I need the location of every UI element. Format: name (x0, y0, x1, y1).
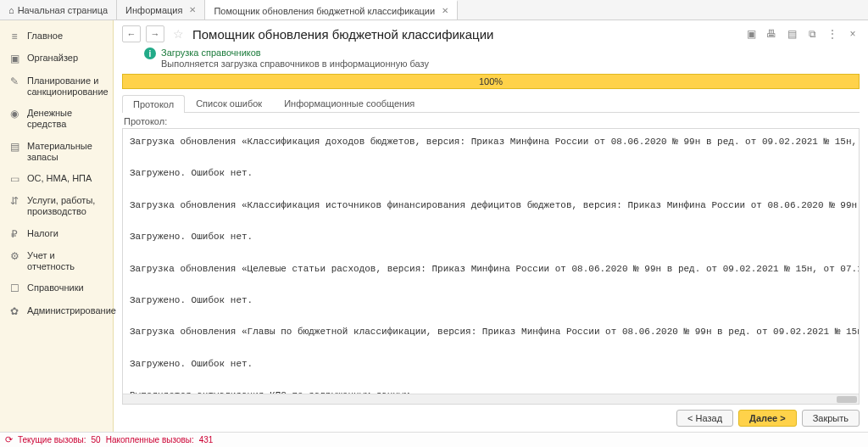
content-area: ← → ☆ Помощник обновления бюджетной клас… (114, 20, 868, 432)
sidebar-item-label: Органайзер (27, 53, 78, 64)
info-banner: i Загрузка справочников Выполняется загр… (144, 47, 860, 69)
sidebar-item-services[interactable]: ⇵Услуги, работы, производство (0, 190, 113, 222)
tab-label: Информация (125, 5, 182, 15)
link-icon[interactable]: ⧉ (805, 27, 819, 41)
table-icon: ▤ (8, 141, 20, 153)
sidebar-item-cash[interactable]: ◉Денежные средства (0, 103, 113, 135)
close-window-icon[interactable]: × (846, 27, 860, 41)
report-icon[interactable]: ▤ (785, 27, 798, 41)
sidebar-item-main[interactable]: ≡Главное (0, 25, 113, 47)
sidebar-item-accounting[interactable]: ⚙Учет и отчетность (0, 245, 113, 277)
more-icon[interactable]: ⋮ (826, 27, 839, 41)
status-acc-value: 431 (199, 435, 214, 444)
grid-icon: ▣ (8, 53, 20, 64)
tab-label: Помощник обновления бюджетной классифика… (214, 6, 435, 16)
sidebar-item-administration[interactable]: ✿Администрирование (0, 300, 113, 322)
save-icon[interactable]: ▣ (744, 27, 758, 41)
status-icon: ⟳ (5, 434, 13, 445)
horizontal-scrollbar[interactable] (123, 394, 859, 404)
home-icon: ⌂ (8, 5, 14, 15)
tab-label: Начальная страница (18, 5, 108, 15)
arrows-icon: ⇵ (8, 195, 20, 207)
toolbar: ← → ☆ Помощник обновления бюджетной клас… (122, 25, 860, 42)
sidebar-item-organizer[interactable]: ▣Органайзер (0, 47, 113, 70)
sidebar-item-label: Материальные запасы (27, 141, 104, 163)
sidebar-item-taxes[interactable]: ₽Налоги (0, 223, 113, 245)
sidebar-item-label: Справочники (27, 282, 84, 293)
edit-icon: ✎ (8, 75, 20, 87)
back-wizard-button[interactable]: < Назад (676, 410, 733, 427)
box-icon: ▭ (8, 173, 20, 185)
subtabs: Протокол Список ошибок Информационные со… (122, 94, 860, 113)
sidebar-item-label: Денежные средства (27, 108, 104, 130)
info-icon: i (144, 47, 156, 59)
book-icon: ☐ (8, 282, 20, 294)
status-calls-label: Текущие вызовы: (18, 435, 86, 444)
subtab-messages[interactable]: Информационные сообщения (273, 94, 426, 112)
sidebar-item-dictionaries[interactable]: ☐Справочники (0, 277, 113, 299)
subtab-errors[interactable]: Список ошибок (185, 94, 273, 112)
gear-icon: ⚙ (8, 250, 20, 262)
close-icon[interactable]: ✕ (189, 5, 196, 14)
list-icon: ≡ (8, 31, 20, 42)
progress-bar: 100% (122, 74, 860, 89)
sidebar-item-assets[interactable]: ▭ОС, НМА, НПА (0, 168, 113, 190)
sidebar-item-label: Услуги, работы, производство (27, 195, 104, 217)
wizard-buttons: < Назад Далее > Закрыть (122, 405, 860, 428)
status-bar: ⟳ Текущие вызовы: 50 Накопленные вызовы:… (0, 432, 868, 447)
status-acc-label: Накопленные вызовы: (106, 435, 194, 444)
sidebar: ≡Главное ▣Органайзер ✎Планирование и сан… (0, 20, 114, 432)
window-tabs: ⌂ Начальная страница Информация ✕ Помощн… (0, 0, 868, 20)
tab-information[interactable]: Информация ✕ (117, 0, 205, 20)
sidebar-item-inventory[interactable]: ▤Материальные запасы (0, 136, 113, 168)
protocol-label: Протокол: (124, 116, 860, 126)
sidebar-item-label: ОС, НМА, НПА (27, 173, 92, 184)
next-wizard-button[interactable]: Далее > (738, 410, 797, 427)
tab-home[interactable]: ⌂ Начальная страница (0, 0, 117, 20)
back-button[interactable]: ← (122, 25, 141, 42)
protocol-box: Загрузка обновления «Классификация доход… (122, 128, 860, 405)
sidebar-item-label: Учет и отчетность (27, 250, 104, 272)
tab-helper[interactable]: Помощник обновления бюджетной классифика… (205, 0, 458, 20)
info-desc: Выполняется загрузка справочников в инфо… (161, 59, 429, 69)
sidebar-item-planning[interactable]: ✎Планирование и санкционирование (0, 70, 113, 103)
scroll-thumb[interactable] (837, 396, 857, 403)
page-title: Помощник обновления бюджетной классифика… (192, 27, 493, 42)
sidebar-item-label: Главное (27, 31, 63, 42)
sidebar-item-label: Налоги (27, 228, 58, 239)
sidebar-item-label: Администрирование (27, 305, 116, 316)
close-wizard-button[interactable]: Закрыть (802, 410, 860, 427)
info-title: Загрузка справочников (161, 47, 429, 58)
protocol-text[interactable]: Загрузка обновления «Классификация доход… (123, 129, 859, 394)
flower-icon: ✿ (8, 305, 20, 317)
progress-text: 100% (479, 76, 503, 87)
circle-icon: ◉ (8, 108, 20, 120)
sidebar-item-label: Планирование и санкционирование (27, 75, 108, 98)
print-icon[interactable]: 🖶 (765, 27, 778, 41)
favorite-star-icon[interactable]: ☆ (173, 27, 184, 41)
ruble-icon: ₽ (8, 228, 20, 240)
subtab-protocol[interactable]: Протокол (122, 95, 185, 113)
status-calls-value: 50 (92, 435, 101, 444)
forward-button[interactable]: → (146, 25, 164, 42)
close-icon[interactable]: ✕ (442, 6, 448, 15)
